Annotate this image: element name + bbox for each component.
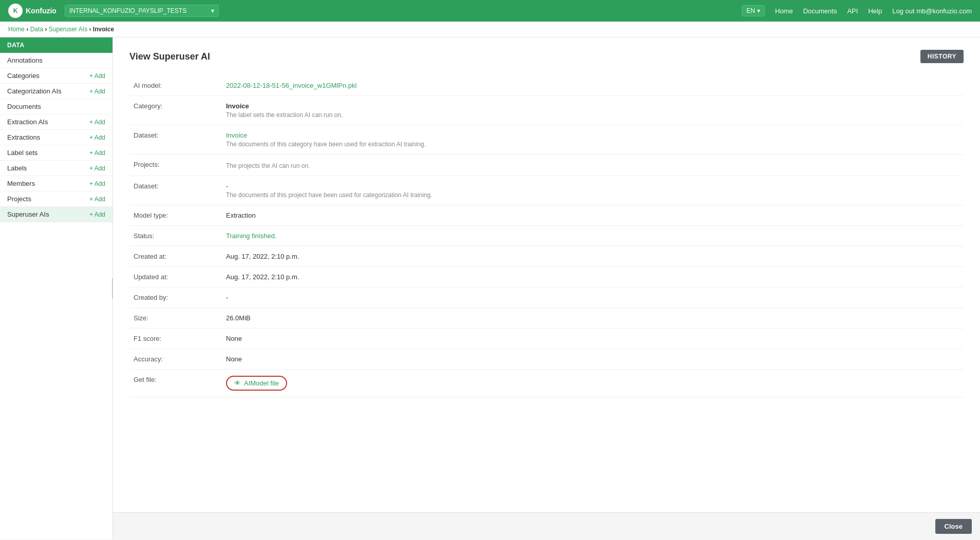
- sidebar-item-label: Categories: [7, 72, 40, 80]
- top-navbar: K Konfuzio INTERNAL_KONFUZIO_PAYSLIP_TES…: [0, 0, 980, 22]
- project-selector[interactable]: INTERNAL_KONFUZIO_PAYSLIP_TESTS ▾: [65, 5, 219, 17]
- project-name: INTERNAL_KONFUZIO_PAYSLIP_TESTS: [69, 7, 186, 14]
- breadcrumb-superuser-ais[interactable]: Superuser AIs: [49, 26, 87, 33]
- sidebar-item-extractions[interactable]: Extractions + Add: [0, 130, 112, 145]
- sidebar-item-label: Extractions: [7, 133, 40, 141]
- logo-icon: K: [8, 4, 23, 18]
- sidebar-item-label: Documents: [7, 103, 41, 110]
- sidebar-item-label: Members: [7, 180, 35, 187]
- field-label: Created at:: [129, 246, 222, 267]
- field-value: Aug. 17, 2022, 2:10 p.m.: [222, 267, 964, 287]
- category-subtext: The label sets the extraction AI can run…: [226, 111, 959, 119]
- sidebar-item-label: Labels: [7, 164, 27, 172]
- nav-logout[interactable]: Log out mb@konfuzio.com: [892, 7, 972, 15]
- field-value: The projects the AI can run on.: [222, 155, 964, 176]
- close-button[interactable]: Close: [935, 519, 972, 534]
- history-button[interactable]: HISTORY: [920, 50, 964, 63]
- dataset2-value: -: [226, 182, 959, 190]
- breadcrumb-current: Invoice: [93, 26, 114, 33]
- brand-name: Konfuzio: [26, 7, 56, 15]
- field-value: 2022-08-12-18-51-56_invoice_w1GMlPn.pkl: [222, 75, 964, 96]
- field-label: Model type:: [129, 205, 222, 226]
- sidebar-add-categories[interactable]: + Add: [89, 72, 105, 80]
- chevron-down-icon: ▾: [211, 7, 214, 14]
- table-row: Get file: 👁 AIModel file: [129, 370, 964, 397]
- sidebar-item-members[interactable]: Members + Add: [0, 176, 112, 191]
- nav-api[interactable]: API: [847, 7, 858, 15]
- ai-model-link[interactable]: 2022-08-12-18-51-56_invoice_w1GMlPn.pkl: [226, 82, 356, 89]
- field-value: Invoice The label sets the extraction AI…: [222, 96, 964, 125]
- projects-subtext: The projects the AI can run on.: [226, 162, 959, 169]
- table-row: Model type: Extraction: [129, 205, 964, 226]
- aimodel-file-label: AIModel file: [244, 379, 279, 387]
- sidebar-item-projects[interactable]: Projects + Add: [0, 191, 112, 207]
- table-row: F1 score: None: [129, 329, 964, 349]
- field-label: Dataset:: [129, 125, 222, 155]
- field-value: - The documents of this project have bee…: [222, 176, 964, 205]
- dataset-link[interactable]: Invoice: [226, 131, 247, 139]
- nav-links: EN ▾ Home Documents API Help Log out mb@…: [742, 5, 972, 16]
- table-row: Created by: -: [129, 287, 964, 308]
- field-value: 👁 AIModel file: [222, 370, 964, 397]
- sidebar-item-labels[interactable]: Labels + Add: [0, 161, 112, 176]
- nav-help[interactable]: Help: [868, 7, 882, 15]
- sidebar-item-categorization-ais[interactable]: Categorization AIs + Add: [0, 84, 112, 99]
- breadcrumb-data[interactable]: Data: [30, 26, 43, 33]
- main-content: View Superuser AI HISTORY AI model: 2022…: [113, 37, 980, 539]
- field-value: Invoice The documents of this category h…: [222, 125, 964, 155]
- chevron-down-icon: ▾: [757, 7, 760, 14]
- sidebar-add-labels[interactable]: + Add: [89, 165, 105, 172]
- sidebar-add-superuser-ais[interactable]: + Add: [89, 211, 105, 218]
- sidebar-add-projects[interactable]: + Add: [89, 196, 105, 203]
- sidebar-add-extractions[interactable]: + Add: [89, 134, 105, 141]
- field-label: AI model:: [129, 75, 222, 96]
- field-label: Get file:: [129, 370, 222, 397]
- eye-icon: 👁: [234, 379, 241, 387]
- sidebar-item-label: Label sets: [7, 149, 37, 157]
- field-label: F1 score:: [129, 329, 222, 349]
- logo: K Konfuzio: [8, 4, 56, 18]
- sidebar-item-annotations[interactable]: Annotations: [0, 53, 112, 68]
- page-footer: Close: [113, 512, 980, 539]
- field-label: Size:: [129, 308, 222, 329]
- sidebar-item-superuser-ais[interactable]: Superuser AIs + Add: [0, 207, 112, 222]
- dataset2-subtext: The documents of this project have been …: [226, 191, 959, 199]
- breadcrumb-home[interactable]: Home: [8, 26, 25, 33]
- sidebar-item-categories[interactable]: Categories + Add: [0, 68, 112, 84]
- nav-documents[interactable]: Documents: [803, 7, 837, 15]
- field-value: Extraction: [222, 205, 964, 226]
- sidebar-section-title: DATA: [0, 37, 112, 53]
- sidebar-add-members[interactable]: + Add: [89, 180, 105, 187]
- table-row: AI model: 2022-08-12-18-51-56_invoice_w1…: [129, 75, 964, 96]
- table-row: Size: 26.0MiB: [129, 308, 964, 329]
- table-row: Dataset: - The documents of this project…: [129, 176, 964, 205]
- language-button[interactable]: EN ▾: [742, 5, 765, 16]
- dataset-subtext: The documents of this category have been…: [226, 141, 959, 148]
- aimodel-file-button[interactable]: 👁 AIModel file: [226, 376, 287, 391]
- table-row: Dataset: Invoice The documents of this c…: [129, 125, 964, 155]
- detail-table: AI model: 2022-08-12-18-51-56_invoice_w1…: [129, 75, 964, 397]
- sidebar: DATA Annotations Categories + Add Catego…: [0, 37, 113, 539]
- table-row: Accuracy: None: [129, 349, 964, 370]
- field-label: Projects:: [129, 155, 222, 176]
- field-value: None: [222, 349, 964, 370]
- field-value: None: [222, 329, 964, 349]
- field-label: Updated at:: [129, 267, 222, 287]
- field-value: -: [222, 287, 964, 308]
- sidebar-item-label: Projects: [7, 195, 31, 203]
- breadcrumb: Home › Data › Superuser AIs › Invoice: [0, 22, 980, 37]
- field-label: Created by:: [129, 287, 222, 308]
- sidebar-add-label-sets[interactable]: + Add: [89, 149, 105, 157]
- sidebar-item-label: Superuser AIs: [7, 210, 49, 218]
- nav-home[interactable]: Home: [775, 7, 793, 15]
- sidebar-item-label-sets[interactable]: Label sets + Add: [0, 145, 112, 161]
- sidebar-item-documents[interactable]: Documents: [0, 99, 112, 114]
- table-row: Updated at: Aug. 17, 2022, 2:10 p.m.: [129, 267, 964, 287]
- sidebar-item-extraction-ais[interactable]: Extraction AIs + Add: [0, 114, 112, 130]
- page-title: View Superuser AI: [129, 51, 210, 62]
- sidebar-add-categorization-ais[interactable]: + Add: [89, 88, 105, 95]
- sidebar-add-extraction-ais[interactable]: + Add: [89, 119, 105, 126]
- aimodel-btn-wrapper: 👁 AIModel file: [226, 376, 287, 391]
- field-value: Aug. 17, 2022, 2:10 p.m.: [222, 246, 964, 267]
- table-row: Created at: Aug. 17, 2022, 2:10 p.m.: [129, 246, 964, 267]
